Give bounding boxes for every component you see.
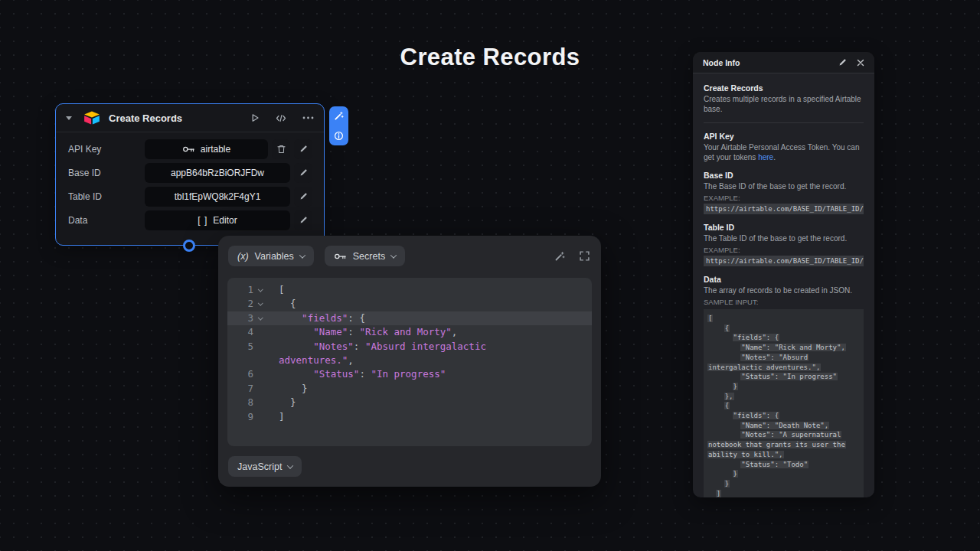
secrets-label: Secrets	[353, 251, 385, 262]
json-code-editor[interactable]: 1 [ 2 { 3 "fields": { 4 "Name": "Rick an…	[227, 278, 592, 446]
code-line[interactable]: adventures.",	[227, 354, 592, 367]
line-number: 3	[227, 311, 253, 325]
tokens-link[interactable]: here	[758, 153, 773, 161]
fold-chevron-icon[interactable]	[253, 367, 267, 381]
node-output-port[interactable]	[183, 240, 195, 252]
sample-line: "Status": "In progress"	[707, 372, 860, 382]
code-content: "fields": {	[279, 311, 365, 325]
code-token: "Absurd intergalactic	[365, 341, 486, 352]
code-line[interactable]: 7 }	[227, 382, 592, 396]
sample-line: intergalactic adventures.",	[707, 363, 860, 373]
fold-chevron-icon[interactable]	[253, 297, 267, 311]
node-side-actions	[329, 106, 348, 145]
more-options-button[interactable]	[302, 116, 314, 119]
sample-line: "Name": "Rick and Morty",	[707, 343, 860, 353]
node-field-row: Table ID tbl1fEpWQ8k2F4gY1	[68, 184, 312, 208]
line-number: 2	[227, 297, 253, 311]
code-token: adventures."	[279, 354, 348, 366]
code-token: ,	[452, 326, 458, 337]
node-info-title: Node Info	[703, 58, 740, 67]
field-value-pill[interactable]: airtable	[145, 139, 268, 159]
code-line[interactable]: 2 {	[227, 297, 592, 311]
sample-line: }	[707, 479, 860, 489]
code-content: }	[279, 382, 308, 396]
fold-chevron-icon[interactable]	[253, 410, 267, 424]
code-line[interactable]: 4 "Name": "Rick and Morty",	[227, 325, 592, 339]
sample-line: }	[707, 469, 860, 479]
fold-chevron-icon[interactable]	[253, 382, 267, 396]
fold-chevron-icon[interactable]	[253, 283, 267, 297]
fold-chevron-icon[interactable]	[253, 396, 267, 409]
code-line[interactable]: 5 "Notes": "Absurd intergalactic	[227, 340, 592, 354]
code-content: "Status": "In progress"	[279, 367, 446, 381]
expand-icon[interactable]	[580, 251, 590, 262]
delete-field-button[interactable]	[272, 139, 290, 159]
fold-chevron-icon[interactable]	[253, 340, 267, 354]
field-value-pill[interactable]: appB64bRzBiORJFDw	[145, 163, 290, 183]
info-example-label: SAMPLE INPUT:	[704, 298, 864, 306]
field-label: Base ID	[68, 168, 141, 178]
node-header[interactable]: Create Records	[56, 104, 324, 132]
info-section-title: Create Records	[704, 83, 864, 93]
code-content: ]	[279, 410, 285, 424]
code-token	[279, 326, 313, 337]
info-example-label: EXAMPLE:	[704, 194, 864, 202]
field-brackets: [ ]	[198, 215, 207, 226]
fold-chevron-icon[interactable]	[253, 311, 267, 325]
node-card-create-records: Create Records API Key airtable	[55, 103, 325, 246]
chevron-down-icon	[390, 252, 397, 258]
code-line[interactable]: 6 "Status": "In progress"	[227, 367, 592, 381]
edit-info-button[interactable]	[838, 58, 847, 67]
secrets-dropdown[interactable]: Secrets	[325, 246, 405, 266]
sample-line: [	[707, 314, 860, 324]
fold-chevron-icon[interactable]	[253, 354, 267, 367]
node-field-row: Data [ ] Editor	[68, 208, 312, 232]
code-line[interactable]: 1 [	[227, 283, 592, 297]
code-line[interactable]: 8 }	[227, 396, 592, 409]
line-number: 4	[227, 325, 253, 339]
data-editor-popup: (x) Variables Secrets 1 [ 2 {	[218, 236, 601, 487]
line-number: 1	[227, 283, 253, 297]
code-line[interactable]: 3 "fields": {	[227, 311, 592, 325]
info-section-body: The Base ID of the base to get the recor…	[704, 181, 864, 191]
field-value-pill[interactable]: tbl1fEpWQ8k2F4gY1	[145, 187, 290, 207]
code-view-button[interactable]	[276, 114, 286, 122]
edit-field-button[interactable]	[294, 187, 312, 207]
code-token: [	[279, 284, 285, 295]
info-section-title: Base ID	[704, 171, 864, 180]
node-field-row: API Key airtable	[68, 137, 312, 161]
code-token: :	[354, 341, 365, 352]
field-label: Table ID	[68, 191, 141, 202]
code-line[interactable]: 9 ]	[227, 410, 592, 424]
magic-wand-icon[interactable]	[554, 251, 565, 262]
collapse-chevron-icon[interactable]	[66, 116, 72, 120]
code-content: [	[279, 283, 285, 297]
sample-line: },	[707, 392, 860, 402]
info-button[interactable]	[329, 126, 348, 146]
line-number: 6	[227, 367, 253, 381]
info-section-title: Data	[704, 275, 864, 284]
field-value: appB64bRzBiORJFDw	[171, 168, 264, 178]
code-token	[279, 341, 313, 352]
field-value: Editor	[213, 215, 237, 226]
run-node-button[interactable]	[250, 113, 260, 122]
fold-chevron-icon[interactable]	[253, 325, 267, 339]
sample-line: "fields": {	[707, 411, 860, 421]
field-value-pill[interactable]: [ ] Editor	[145, 210, 290, 230]
info-section-body: The Table ID of the base to get the reco…	[704, 233, 864, 243]
sample-input-block: [ { "fields": { "Name": "Rick and Morty"…	[704, 309, 864, 497]
edit-field-button[interactable]	[294, 163, 312, 183]
line-number: 9	[227, 410, 253, 424]
magic-wand-button[interactable]	[329, 106, 348, 126]
language-label: JavaScript	[237, 461, 282, 472]
info-section: Data The array of records to be created …	[704, 275, 864, 497]
edit-field-button[interactable]	[294, 139, 312, 159]
code-content: adventures.",	[279, 354, 354, 367]
line-number: 5	[227, 340, 253, 354]
language-dropdown[interactable]: JavaScript	[228, 456, 302, 477]
code-token: ,	[348, 354, 354, 366]
variables-dropdown[interactable]: (x) Variables	[228, 246, 314, 266]
field-label: API Key	[68, 144, 141, 155]
edit-field-button[interactable]	[294, 210, 312, 230]
close-panel-button[interactable]	[857, 59, 864, 67]
